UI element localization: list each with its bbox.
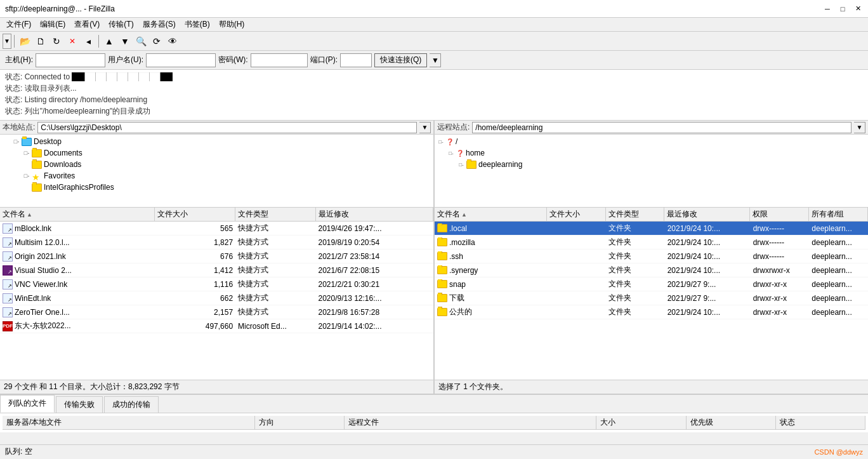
local-col-size[interactable]: 文件大小 xyxy=(155,208,235,221)
toolbar-btn-reconnect[interactable]: ⟳ xyxy=(149,34,164,49)
remote-path-dropdown[interactable]: ▼ xyxy=(854,122,865,133)
remote-file-local[interactable]: .local 文件夹 2021/9/24 10:... drwx------ d… xyxy=(435,222,868,236)
toolbar-btn-search[interactable]: 🔍 xyxy=(133,34,148,49)
remote-expand-home[interactable]: □- xyxy=(446,148,456,158)
remote-col-date[interactable]: 最近修改 xyxy=(664,208,750,221)
remote-tree-deeplearning[interactable]: □- deeplearning xyxy=(436,159,867,170)
remote-file-name-synergy: .synergy xyxy=(435,265,547,276)
local-file-winedt[interactable]: ↗ WinEdt.lnk 662 快捷方式 2020/9/13 12:16:..… xyxy=(0,291,433,305)
remote-col-owner[interactable]: 所有者/组 xyxy=(809,208,868,221)
local-file-mblock[interactable]: ↗ mBlock.lnk 565 快捷方式 2019/4/26 19:47:..… xyxy=(0,222,433,236)
toolbar-dropdown-1[interactable]: ▼ xyxy=(3,34,11,49)
toolbar-btn-upload[interactable]: ▲ xyxy=(102,34,117,49)
remote-file-owner-snap: deeplearn... xyxy=(809,279,868,289)
toolbar-btn-cancel[interactable]: ✕ xyxy=(65,34,80,49)
toolbar-btn-binoculars[interactable]: 👁 xyxy=(165,34,180,49)
local-path-dropdown[interactable]: ▼ xyxy=(419,122,431,133)
tree-expand-favorites[interactable]: □- xyxy=(22,171,32,181)
toolbar-btn-download[interactable]: ▼ xyxy=(117,34,133,49)
conn-bar: 主机(H): 用户名(U): 密码(W): 端口(P): 快速连接(Q) ▼ xyxy=(0,51,868,70)
menu-bookmarks[interactable]: 书签(B) xyxy=(181,18,214,31)
pass-input[interactable] xyxy=(251,53,308,67)
remote-file-snap[interactable]: snap 文件夹 2021/9/27 9:... drwxr-xr-x deep… xyxy=(435,277,868,291)
tree-expand-desktop[interactable]: □- xyxy=(11,136,22,147)
remote-site-bar: 远程站点: ▼ xyxy=(435,121,868,135)
remote-file-type-synergy: 文件夹 xyxy=(606,264,665,276)
toolbar-btn-back[interactable]: ◂ xyxy=(81,34,96,49)
local-file-size-multisim: 1,827 xyxy=(155,237,235,248)
local-file-type-multisim: 快捷方式 xyxy=(235,236,315,248)
local-tree: □- Desktop □- Documents □ Downloads □- ★… xyxy=(0,135,433,208)
tab-queued[interactable]: 列队的文件 xyxy=(0,395,55,413)
tree-expand-documents[interactable]: □- xyxy=(22,148,32,158)
tree-item-documents[interactable]: □- Documents xyxy=(1,147,432,159)
local-file-origin[interactable]: ↗ Origin 2021.lnk 676 快捷方式 2021/2/7 23:5… xyxy=(0,249,433,263)
local-file-type-zerotier: 快捷方式 xyxy=(235,306,315,318)
maximize-btn[interactable]: □ xyxy=(838,4,848,14)
menu-view[interactable]: 查看(V) xyxy=(70,18,103,31)
tree-item-intel[interactable]: □ IntelGraphicsProfiles xyxy=(1,182,432,193)
remote-file-mozilla[interactable]: .mozilla 文件夹 2021/9/24 10:... drwx------… xyxy=(435,236,868,249)
local-col-date[interactable]: 最近修改 xyxy=(316,208,433,221)
toolbar-btn-new[interactable]: 🗋 xyxy=(33,34,48,49)
remote-expand-root[interactable]: □- xyxy=(436,136,446,147)
local-file-name-mblock: ↗ mBlock.lnk xyxy=(0,223,155,234)
host-input[interactable] xyxy=(36,53,105,67)
remote-file-download[interactable]: 下载 文件夹 2021/9/27 9:... drwxr-xr-x deeple… xyxy=(435,291,868,305)
local-file-size-dongda: 497,660 xyxy=(155,321,235,331)
shortcut-icon-zerotier: ↗ xyxy=(3,307,13,317)
connect-btn[interactable]: 快速连接(Q) xyxy=(374,53,427,67)
user-input[interactable] xyxy=(146,53,216,67)
minimize-btn[interactable]: ─ xyxy=(822,4,832,14)
transfer-col-dir: 方向 xyxy=(255,416,345,429)
tree-item-favorites[interactable]: □- ★ Favorites xyxy=(1,170,432,182)
menu-file[interactable]: 文件(F) xyxy=(3,18,35,31)
port-input[interactable] xyxy=(340,53,372,67)
tab-failed[interactable]: 传输失败 xyxy=(56,396,103,413)
local-file-name-dongda: PDF 东大-东软2022... xyxy=(0,320,155,332)
menu-edit[interactable]: 编辑(E) xyxy=(36,18,69,31)
remote-file-owner-public: deeplearn... xyxy=(809,307,868,317)
connect-dropdown[interactable]: ▼ xyxy=(430,53,441,67)
remote-file-public[interactable]: 公共的 文件夹 2021/9/24 10:... drwxr-xr-x deep… xyxy=(435,305,868,319)
remote-file-synergy[interactable]: .synergy 文件夹 2021/9/24 10:... drwxrwxr-x… xyxy=(435,263,868,277)
remote-col-perm[interactable]: 权限 xyxy=(750,208,809,221)
remote-file-perm-mozilla: drwx------ xyxy=(751,237,810,248)
folder-icon-dotlocal xyxy=(437,224,447,232)
local-path-input[interactable] xyxy=(37,122,417,133)
remote-tree-home[interactable]: □- ❓ home xyxy=(436,147,867,159)
menu-server[interactable]: 服务器(S) xyxy=(139,18,180,31)
local-file-date-dongda: 2021/9/14 14:02:... xyxy=(315,321,433,331)
remote-file-name-download: 下载 xyxy=(435,292,547,304)
remote-file-perm-snap: drwxr-xr-x xyxy=(751,279,810,289)
tab-success[interactable]: 成功的传输 xyxy=(104,396,159,413)
tree-label-desktop: Desktop xyxy=(34,137,62,146)
remote-col-type[interactable]: 文件类型 xyxy=(606,208,665,221)
tree-item-downloads[interactable]: □ Downloads xyxy=(1,159,432,170)
local-file-type-origin: 快捷方式 xyxy=(235,250,315,262)
menu-transfer[interactable]: 传输(T) xyxy=(105,18,137,31)
remote-col-name[interactable]: 文件名 ▲ xyxy=(435,208,547,221)
remote-file-type-public: 文件夹 xyxy=(606,306,665,318)
menu-help[interactable]: 帮助(H) xyxy=(215,18,249,31)
local-file-multisim[interactable]: ↗ Multisim 12.0.l... 1,827 快捷方式 2019/8/1… xyxy=(0,236,433,249)
local-site-bar: 本地站点: ▼ xyxy=(0,121,433,135)
tree-item-desktop[interactable]: □- Desktop xyxy=(1,136,432,147)
remote-file-ssh[interactable]: .ssh 文件夹 2021/9/24 10:... drwx------ dee… xyxy=(435,249,868,263)
remote-expand-deeplearning[interactable]: □- xyxy=(456,159,466,170)
toolbar-btn-refresh[interactable]: ↻ xyxy=(49,34,64,49)
local-file-vnc[interactable]: ↗ VNC Viewer.lnk 1,116 快捷方式 2021/2/21 0:… xyxy=(0,277,433,291)
local-file-vs[interactable]: ↗ Visual Studio 2... 1,412 快捷方式 2021/6/7… xyxy=(0,263,433,277)
remote-tree-root[interactable]: □- ❓ / xyxy=(436,136,867,147)
local-col-name[interactable]: 文件名 ▲ xyxy=(0,208,155,221)
remote-path-input[interactable] xyxy=(472,122,852,133)
close-btn[interactable]: ✕ xyxy=(853,4,863,14)
remote-file-owner-ssh: deeplearn... xyxy=(809,251,868,262)
local-file-zerotier[interactable]: ↗ ZeroTier One.l... 2,157 快捷方式 2021/9/8 … xyxy=(0,305,433,319)
remote-file-type-ssh: 文件夹 xyxy=(606,250,665,262)
remote-file-date-public: 2021/9/24 10:... xyxy=(665,307,751,317)
local-col-type[interactable]: 文件类型 xyxy=(235,208,316,221)
local-file-dongda[interactable]: PDF 东大-东软2022... 497,660 Microsoft Ed...… xyxy=(0,319,433,333)
toolbar-btn-open[interactable]: 📂 xyxy=(17,34,32,49)
remote-col-size[interactable]: 文件大小 xyxy=(547,208,606,221)
